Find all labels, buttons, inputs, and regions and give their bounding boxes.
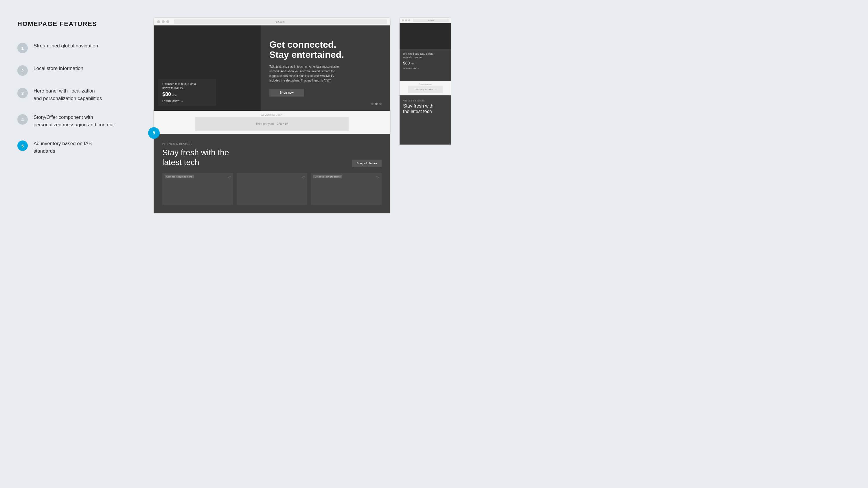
sidebar-phones-category: PHONES & DEVICES (403, 100, 447, 102)
feature-item-5: 5 Ad inventory based on IABstandards (18, 140, 139, 155)
sidebar-ad-text: Third-party ad 300 × 50 (414, 89, 436, 91)
offer-learn-more[interactable]: LEARN MORE → (162, 100, 212, 103)
offer-price-row: $80 /mo. (162, 91, 212, 97)
browser-dot-1 (157, 20, 160, 23)
feature-number-4: 4 (18, 114, 28, 125)
ad-section: Advertisement Third-party ad 728 × 98 (154, 111, 390, 134)
phone-card-label-1: Get it free + buy one get one (165, 175, 194, 178)
feature-item-2: 2 Local store information (18, 65, 139, 76)
phone-card-label-3: Get it free + buy one get one (313, 175, 342, 178)
sidebar-price-row: $80 /mo. (403, 60, 447, 66)
offer-card-text: Unlimited talk, text, & datanow with liv… (162, 82, 212, 90)
sidebar-browser-chrome: att.com (399, 18, 452, 23)
phones-section: PHONES & DEVICES Stay fresh with thelate… (154, 134, 390, 214)
dot-3 (379, 103, 382, 105)
left-panel: HOMEPAGE FEATURES 1 Streamlined global n… (18, 18, 139, 155)
feature-text-5: Ad inventory based on IABstandards (34, 140, 92, 155)
sidebar-arrow-icon: → (417, 67, 419, 69)
feature-item-4: 4 Story/Offer component withpersonalized… (18, 113, 139, 128)
browser-body: Get connected.Stay entertained. Talk, te… (153, 26, 391, 214)
sidebar-browser-mockup: att.com Unlimited talk, text, & datanow … (399, 18, 452, 214)
feature-item-1: 1 Streamlined global navigation (18, 42, 139, 53)
feature-text-3: Hero panel with localizationand personal… (34, 87, 102, 102)
sidebar-dot-3 (408, 20, 410, 22)
sidebar-browser-body: Unlimited talk, text, & datanow with liv… (399, 23, 452, 145)
sidebar-dot-2 (405, 20, 407, 22)
sidebar-url-bar: att.com (413, 19, 449, 22)
browser-dot-2 (162, 20, 165, 23)
hero-right-content: Get connected.Stay entertained. Talk, te… (261, 26, 390, 111)
sidebar-hero-image (400, 23, 451, 49)
phones-category: PHONES & DEVICES (162, 142, 229, 145)
sidebar-hero-content: Unlimited talk, text, & datanow with liv… (400, 49, 451, 72)
sidebar-learn-more[interactable]: LEARN MORE → (403, 67, 447, 69)
browser-dot-3 (166, 20, 169, 23)
feature-text-4: Story/Offer component withpersonalized m… (34, 113, 114, 128)
phone-card-2: ♡ (237, 173, 308, 205)
sidebar-url-text: att.com (428, 20, 434, 22)
phone-card-1: Get it free + buy one get one ♡ (162, 173, 233, 205)
browser-chrome: att.com (153, 18, 391, 26)
main-content: 5 att.com Get connected.Stay entertained… (153, 18, 850, 214)
sidebar-phones-section: PHONES & DEVICES Stay fresh withthe late… (400, 95, 451, 144)
browser-url-bar: att.com (174, 20, 387, 24)
browser-url-text: att.com (276, 20, 285, 23)
sidebar-phones-title: Stay fresh withthe latest tech (403, 103, 447, 114)
hero-body-text: Talk, text, and stay in touch on America… (269, 64, 345, 83)
phones-grid: Get it free + buy one get one ♡ ♡ Get it… (162, 173, 382, 205)
dot-1 (371, 103, 374, 105)
arrow-icon: → (181, 100, 183, 103)
phone-card-3: Get it free + buy one get one ♡ (311, 173, 382, 205)
phone-card-heart-2[interactable]: ♡ (302, 175, 305, 179)
feature-number-3: 3 (18, 88, 28, 98)
feature-list: 1 Streamlined global navigation 2 Local … (18, 42, 139, 155)
phones-title-block: PHONES & DEVICES Stay fresh with thelate… (162, 142, 229, 167)
ad-banner-text: Third-party ad 728 × 98 (256, 122, 288, 126)
sidebar-price-sub: /mo. (411, 63, 415, 65)
feature-text-2: Local store information (34, 65, 83, 72)
phones-cta-button[interactable]: Shop all phones (352, 160, 382, 167)
badge-5-floating: 5 (148, 127, 160, 139)
ad-banner: Third-party ad 728 × 98 (195, 117, 349, 131)
sidebar-ad-section: Advertisement Third-party ad 300 × 50 (400, 81, 451, 95)
offer-price-sub: /mo. (173, 94, 178, 97)
large-browser-mockup: att.com Get connected.Stay entertained. … (153, 18, 391, 214)
offer-card: Unlimited talk, text, & datanow with liv… (158, 78, 216, 106)
carousel-dots (371, 103, 382, 105)
hero-title: Get connected.Stay entertained. (269, 40, 382, 60)
phone-card-heart-3[interactable]: ♡ (376, 175, 379, 179)
dot-2 (375, 103, 378, 105)
sidebar-hero: Unlimited talk, text, & datanow with liv… (400, 23, 451, 81)
sidebar-ad-box: Third-party ad 300 × 50 (408, 86, 443, 93)
feature-text-1: Streamlined global navigation (34, 42, 98, 50)
feature-item-3: 3 Hero panel with localizationand person… (18, 87, 139, 102)
feature-number-2: 2 (18, 65, 28, 76)
hero-cta-button[interactable]: Shop now (269, 89, 304, 97)
feature-number-5: 5 (18, 140, 28, 151)
phones-title: Stay fresh with thelatest tech (162, 148, 229, 167)
phones-header-row: PHONES & DEVICES Stay fresh with thelate… (162, 142, 382, 167)
sidebar-offer-text: Unlimited talk, text, & datanow with liv… (403, 52, 447, 59)
sidebar-price: $80 (403, 61, 410, 65)
feature-number-1: 1 (18, 43, 28, 53)
offer-price: $80 (162, 91, 171, 97)
phone-card-heart-1[interactable]: ♡ (228, 175, 231, 179)
section-title: HOMEPAGE FEATURES (18, 20, 139, 28)
hero-section: Get connected.Stay entertained. Talk, te… (154, 26, 390, 111)
sidebar-dot-1 (402, 20, 404, 22)
sidebar-ad-label: Advertisement (419, 83, 432, 85)
ad-label: Advertisement (261, 113, 283, 116)
